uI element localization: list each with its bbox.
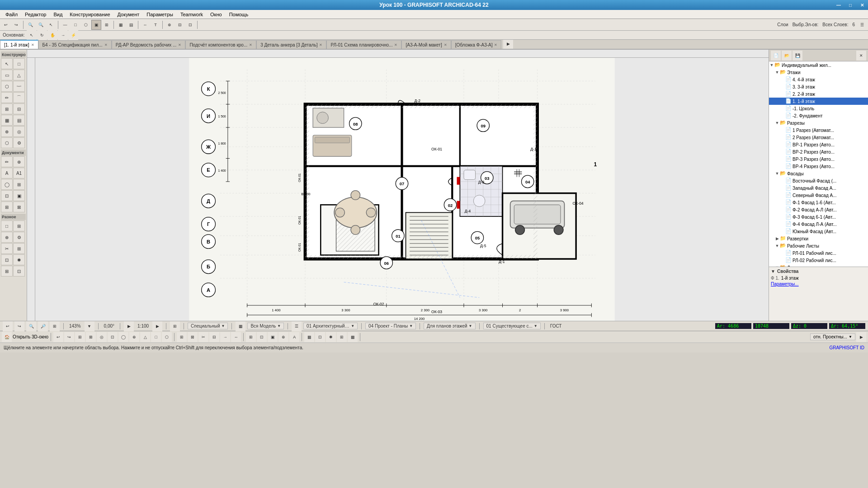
tb-wall[interactable]: ▣ (91, 20, 101, 30)
bt-b2[interactable]: ↪ (64, 332, 74, 342)
tab-3[interactable]: Подсчёт компонентов кро... ✕ (185, 40, 256, 49)
tb-snap[interactable]: ⊕ (165, 20, 175, 30)
tb-trace[interactable]: ⊡ (185, 20, 195, 30)
menu-file[interactable]: Файл (2, 11, 21, 18)
tree-item-facade_s[interactable]: 📄Южный Фасад (Авт... (769, 228, 868, 235)
tree-item-root[interactable]: ▼📂Индивидуальный жил... (769, 61, 868, 69)
tree-item-wl2[interactable]: 📄РЛ-02 Рабочий лис... (769, 257, 868, 264)
sb-layer-icon2[interactable]: ☰ (292, 321, 302, 331)
bt-b16[interactable]: → (220, 332, 230, 342)
bt-b10[interactable]: □ (151, 332, 161, 342)
lt-btn-morph[interactable]: ⚙ (13, 137, 25, 148)
bt-b21[interactable]: ⊕ (278, 332, 288, 342)
tb-dim[interactable]: ↔ (140, 20, 150, 30)
menu-editor[interactable]: Редактор (21, 11, 50, 18)
tab-close-5[interactable]: ✕ (394, 43, 397, 47)
lt-btn-figure[interactable]: ⊠ (13, 202, 25, 212)
minimize-button[interactable]: — (833, 0, 844, 10)
tab-nav-btn[interactable]: ▶ (503, 40, 513, 49)
menu-teamwork[interactable]: Teamwork (177, 11, 207, 18)
tab-6[interactable]: [А3-А-Мой макет] ✕ (401, 40, 451, 49)
tree-item-floor2[interactable]: 📄2. 2-й этаж (769, 90, 868, 98)
tab-close-0[interactable]: ✕ (31, 43, 34, 47)
bt-b5[interactable]: ◎ (97, 332, 107, 342)
tree-item-basement1[interactable]: 📄-1. Цоколь (769, 105, 868, 112)
tab-close-4[interactable]: ✕ (319, 43, 322, 47)
sb-scale-btn[interactable]: ▶ (152, 321, 162, 331)
sb-layer-filter[interactable]: Для планов этажей (424, 323, 475, 329)
tb-undo[interactable]: ↩ (1, 20, 11, 30)
tab-0[interactable]: [1. 1-й этаж] ✕ (0, 40, 38, 49)
tree-item-facade_f1[interactable]: 📄Ф-1 Фасад 1-6 (Авт... (769, 199, 868, 206)
sb-arr[interactable]: ▶ (124, 321, 134, 331)
bt-b20[interactable]: ▣ (268, 332, 278, 342)
lt-btn-misc2[interactable]: ⊞ (13, 221, 25, 231)
bt-b22[interactable]: А (289, 332, 299, 342)
close-button[interactable]: ✕ (856, 0, 868, 10)
tab-close-2[interactable]: ✕ (178, 43, 181, 47)
sb-layer[interactable]: 01 Архитектурный ... (303, 323, 358, 329)
tree-item-secbr1[interactable]: 📄ВР-1 Разрез (Авто... (769, 141, 868, 148)
tb-zoom-in[interactable]: 🔍 (25, 20, 35, 30)
menu-document[interactable]: Документ (114, 11, 143, 18)
bt-b3[interactable]: ⊞ (75, 332, 85, 342)
rp-close[interactable]: ✕ (856, 51, 866, 61)
menu-params[interactable]: Параметры (143, 11, 177, 18)
tb-polygon[interactable]: ⬡ (81, 20, 91, 30)
lt-btn-misc5[interactable]: ✂ (1, 243, 13, 254)
lt-btn-misc8[interactable]: ✱ (13, 254, 25, 265)
tree-item-basement2[interactable]: 📄-2. Фундамент (769, 112, 868, 119)
tab-4[interactable]: 3 Деталь анкера [3 Деталь] ✕ (256, 40, 326, 49)
tb-fill[interactable]: ▦ (116, 20, 126, 30)
tb-ortho[interactable]: ⊟ (175, 20, 185, 30)
lt-btn-misc9[interactable]: ⊞ (1, 266, 13, 277)
tree-item-sec1[interactable]: 📄1 Разрез (Автомат... (769, 127, 868, 134)
tb-text[interactable]: T (151, 20, 160, 30)
bt-snap3[interactable]: ✱ (326, 332, 336, 342)
lt-btn-door[interactable]: ✏ (1, 92, 13, 103)
tab-close-7[interactable]: ✕ (494, 43, 497, 47)
tb-layers-btn[interactable]: ☰ (857, 20, 867, 30)
zoom-display[interactable]: 143% (67, 324, 83, 328)
open3d-label[interactable]: Открыть 3D-окно (13, 334, 48, 339)
tree-item-secbr2[interactable]: 📄ВР-2 Разрез (Авто... (769, 148, 868, 155)
tree-item-floor4[interactable]: 📄4. 4-й этаж (769, 76, 868, 83)
bt-b9[interactable]: △ (140, 332, 150, 342)
sb-layer-icon[interactable]: ▦ (236, 321, 245, 331)
tree-item-sections[interactable]: ▼📂Разрезы (769, 119, 868, 127)
tb-rotate[interactable]: ↻ (37, 30, 47, 40)
sb-zoom-out[interactable]: 🔎 (38, 321, 48, 331)
sb-undo[interactable]: ↩ (3, 321, 13, 331)
tb-grid[interactable]: ⊞ (102, 20, 112, 30)
canvas-area[interactable]: 08 09 03 04 02 05 01 06 07 (27, 50, 769, 321)
bt-b13[interactable]: ⊠ (188, 332, 198, 342)
bt-open3d[interactable]: 🏠 (2, 332, 12, 342)
tree-item-facade_n[interactable]: 📄Северный Фасад А... (769, 192, 868, 199)
bt-b15[interactable]: ⊟ (209, 332, 219, 342)
bt-b11[interactable]: ⬡ (162, 332, 172, 342)
bt-b14[interactable]: ✂ (198, 332, 208, 342)
lt-btn-column[interactable]: △ (13, 70, 25, 80)
lt-btn-wall[interactable]: ▭ (1, 70, 13, 80)
rp-open[interactable]: 📂 (782, 51, 792, 61)
bt-otnas[interactable]: отн. Проектны... (810, 333, 855, 340)
sb-status[interactable]: 01 Существующее с... (483, 323, 541, 329)
bt-b1[interactable]: ↩ (53, 332, 63, 342)
lt-btn-select[interactable]: ↖ (1, 58, 13, 69)
sb-special[interactable]: Специальный (188, 323, 228, 329)
tree-item-facade_f2[interactable]: 📄Ф-2 Фасад А-Л (Авт... (769, 206, 868, 213)
bt-b12[interactable]: ⊞ (177, 332, 187, 342)
sb-redo[interactable]: ↪ (14, 321, 24, 331)
tab-5[interactable]: РЛ-01 Схема планировочно... ✕ (326, 40, 401, 49)
lt-btn-section[interactable]: ⊡ (1, 190, 13, 201)
tree-item-wl1[interactable]: 📄РЛ-01 Рабочий лис... (769, 249, 868, 257)
graphisoft-label[interactable]: GRAPHISOFT ID (829, 345, 864, 350)
tb-redo[interactable]: ↪ (11, 20, 21, 30)
bt-snap1[interactable]: ▦ (304, 332, 314, 342)
sb-model[interactable]: Вся Модель (247, 323, 284, 329)
bt-b8[interactable]: ⊕ (129, 332, 139, 342)
lt-btn-roof[interactable]: 〰 (13, 81, 25, 92)
bt-arrow[interactable]: ▶ (856, 332, 866, 342)
tree-item-unfoldings[interactable]: ▶📁Развертки (769, 235, 868, 242)
tab-close-1[interactable]: ✕ (104, 43, 108, 47)
